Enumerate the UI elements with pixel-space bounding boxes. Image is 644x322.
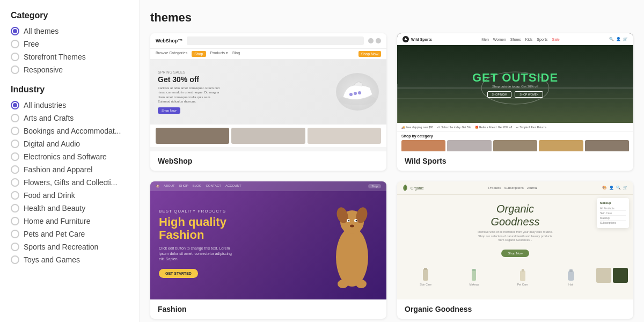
wildsports-nav: Wild Sports Men Women Shoes Kids Sports … (397, 33, 633, 45)
filter-responsive[interactable]: Responsive (11, 65, 128, 74)
themes-grid: WebShop™ Browse Categories Shop Products… (150, 33, 633, 319)
webshop-shoe-graphic (336, 73, 379, 111)
webshop-subnav: Browse Categories Shop Products ▾ Blog S… (150, 49, 386, 60)
filter-all-themes[interactable]: All themes (11, 27, 128, 35)
filter-home-furniture[interactable]: Home and Furniture (11, 217, 128, 225)
wildsports-hero-sub: Shop outside today. Get 30% off (492, 85, 538, 88)
cat-item-3 (493, 140, 537, 151)
nav-shoes: Shoes (510, 38, 521, 41)
cart-icon: 🛒 (623, 186, 628, 190)
fashion-desc: Click edit button to change this text. L… (159, 246, 234, 261)
filter-bookings-label: Bookings and Accommodat... (24, 127, 121, 135)
fashion-preview: 🐶 ABOUT SHOP BLOG CONTACT ACCOUNT Shop B… (150, 181, 386, 299)
theme-card-organic[interactable]: Organic Products Subscriptions Journal 🎨… (397, 181, 633, 319)
filter-electronics[interactable]: Electronics and Software (11, 152, 128, 161)
tag-icon: 🏷 (437, 126, 440, 129)
cat-item-5 (585, 140, 629, 151)
webshop-body: Facilisis at odio amet consequat. Etiam … (158, 86, 222, 104)
webshop-search-bar (187, 36, 364, 45)
info-refer: 🎁 Refer a Friend. Get 20% off (475, 126, 512, 129)
filter-free[interactable]: Free (11, 40, 128, 48)
theme-card-wild-sports[interactable]: Wild Sports Men Women Shoes Kids Sports … (397, 33, 633, 171)
return-icon: ↩ (516, 126, 518, 129)
fashion-title-quality: quality (188, 215, 226, 229)
filter-toys[interactable]: Toys and Games (11, 255, 128, 264)
filter-all-industries[interactable]: All industries (11, 101, 128, 109)
organic-thumb-1 (596, 268, 611, 283)
organic-title-line1: Organic (496, 203, 534, 215)
webshop-nav-icons (368, 38, 381, 43)
organic-logo-area: Organic (402, 184, 424, 192)
nav-men: Men (481, 38, 489, 41)
wildsports-preview: Wild Sports Men Women Shoes Kids Sports … (397, 33, 633, 151)
subnav-cta: Shop Now (358, 51, 381, 57)
wildsports-cat-grid (401, 140, 629, 151)
organic-util-icons: 🎨 👤 🔍 🛒 (602, 186, 628, 190)
organic-label: Organic Goodness (397, 299, 633, 319)
wildsports-info-bar: 🚚 Free shipping over $80 🏷 Subscribe tod… (397, 123, 633, 131)
account-icon: 👤 (609, 186, 614, 190)
theme-card-webshop[interactable]: WebShop™ Browse Categories Shop Products… (150, 33, 386, 171)
organic-product-3: Pet Care (500, 268, 546, 286)
filter-food-drink-label: Food and Drink (24, 191, 75, 200)
filter-home-furniture-label: Home and Furniture (24, 217, 91, 225)
webshop-preview: WebShop™ Browse Categories Shop Products… (150, 33, 386, 151)
nav-shop: SHOP (179, 184, 188, 188)
svg-point-19 (338, 280, 348, 288)
organic-main-area: Organic Goodness Remove 99% of all micro… (397, 195, 633, 265)
organic-logo-text: Organic (411, 186, 424, 190)
filter-fashion[interactable]: Fashion and Apparel (11, 165, 128, 174)
wildsports-btn1: SHOP NOW (487, 91, 512, 98)
filter-toys-label: Toys and Games (24, 255, 80, 264)
fashion-logo-icon: 🐶 (156, 184, 159, 188)
subnav-products: Products ▾ (210, 51, 229, 57)
filter-sports[interactable]: Sports and Recreation (11, 243, 128, 251)
theme-card-fashion[interactable]: 🐶 ABOUT SHOP BLOG CONTACT ACCOUNT Shop B… (150, 181, 386, 319)
filter-food-drink[interactable]: Food and Drink (11, 191, 128, 200)
filter-digital-audio[interactable]: Digital and Audio (11, 140, 128, 148)
filter-arts-crafts[interactable]: Arts and Crafts (11, 114, 128, 122)
subnav-browse: Browse Categories (156, 51, 187, 57)
filter-free-label: Free (24, 40, 39, 48)
filter-health-label: Health and Beauty (24, 204, 85, 213)
svg-point-16 (348, 220, 350, 222)
filter-health[interactable]: Health and Beauty (11, 204, 128, 213)
wildsports-category: Shop by category (397, 131, 633, 151)
main-content: themes WebShop™ Browse Categories Shop (140, 0, 644, 322)
category-filter-group: All themes Free Storefront Themes Respon… (11, 27, 128, 74)
filter-pets[interactable]: Pets and Pet Care (11, 230, 128, 238)
subnav-shop: Shop (192, 51, 206, 57)
nav-women: Women (493, 38, 506, 41)
organic-panel-item-3: Makeup (600, 216, 626, 221)
leaf-icon (402, 184, 409, 192)
nav-about: ABOUT (164, 184, 175, 188)
svg-point-18 (350, 225, 354, 228)
nav-kids: Kids (525, 38, 533, 41)
svg-rect-24 (472, 270, 476, 281)
search-icon: 🔍 (616, 186, 621, 190)
thumb-1 (156, 128, 229, 144)
nav-contact: CONTACT (206, 184, 221, 188)
organic-preview: Organic Products Subscriptions Journal 🎨… (397, 181, 633, 299)
webshop-logo: WebShop™ (156, 38, 182, 43)
cart-icon (368, 38, 374, 43)
filter-flowers[interactable]: Flowers, Gifts and Collecti... (11, 178, 128, 187)
svg-rect-27 (522, 269, 524, 272)
wildsports-hero-overlay: GET OUTSIDE Shop outside today. Get 30% … (397, 45, 633, 123)
filter-storefront[interactable]: Storefront Themes (11, 53, 128, 61)
thumb-2 (231, 128, 305, 144)
organic-product-4: Hair (548, 268, 594, 286)
wildsports-logo: Wild Sports (411, 38, 432, 41)
fashion-title-high: High (159, 215, 185, 229)
filter-bookings[interactable]: Bookings and Accommodat... (11, 127, 128, 135)
wildsports-util-icons: 🔍 👤 🛒 (609, 37, 628, 41)
svg-rect-23 (424, 268, 427, 270)
webshop-hero: SPRING SALES Get 30% off Facilisis at od… (150, 60, 386, 125)
gift-icon: 🎁 (475, 126, 478, 129)
truck-icon: 🚚 (401, 126, 405, 129)
organic-cta: Shop Now (501, 250, 529, 257)
svg-rect-26 (520, 270, 525, 281)
svg-rect-29 (569, 269, 573, 272)
fashion-label: Fashion (150, 299, 386, 319)
fashion-text: BEST QUALITY PRODUCTS High quality Fashi… (159, 209, 330, 278)
